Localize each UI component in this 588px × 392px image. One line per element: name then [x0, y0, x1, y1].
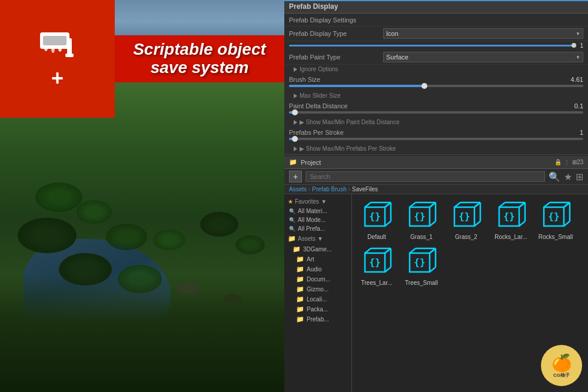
svg-rect-4: [65, 54, 74, 57]
sidebar-item-all-materials[interactable]: 🔍 All Materi...: [284, 207, 351, 215]
prefabs-per-stroke-track[interactable]: [289, 138, 583, 140]
sidebar-item-audio[interactable]: 📁 Audio: [284, 264, 351, 274]
brush-size-label-row: Brush Size 4.61: [289, 76, 583, 83]
expand-icon: [294, 120, 297, 125]
brush-size-fill: [289, 85, 424, 87]
panel-options-icon[interactable]: ⋮: [564, 159, 570, 165]
folder-icon: 📁: [296, 285, 304, 293]
paint-delta-track[interactable]: [289, 111, 583, 114]
paint-delta-thumb[interactable]: [292, 109, 298, 115]
asset-label-6: Trees_Small: [405, 280, 438, 286]
folder-icon: 📁: [293, 245, 301, 253]
title-text: Scriptable object save system: [121, 41, 278, 77]
folder-icon: 📁: [296, 295, 304, 303]
asset-item-5[interactable]: {}Trees_Lar...: [357, 245, 397, 286]
asset-item-3[interactable]: {}Rocks_Lar...: [491, 199, 531, 240]
asset-label-0: Default: [367, 234, 386, 240]
prefab-display-type-row[interactable]: Prefab Display Type Icon ▼: [284, 26, 588, 41]
paint-delta-label: Paint Delta Distance: [289, 102, 348, 109]
svg-line-30: [474, 221, 480, 226]
asset-label-4: Rocks_Small: [539, 234, 573, 240]
sidebar-item-art[interactable]: 📁 Art: [284, 254, 351, 264]
show-prefabs-per-stroke-label: ▶ Show Max/Min Prefabs Per Stroke: [300, 145, 396, 152]
ignore-options-row[interactable]: Ignore Options: [284, 65, 588, 74]
grid-count-label: ⊞23: [572, 159, 583, 165]
collapse-assets-icon[interactable]: ▼: [317, 235, 323, 242]
brush-size-thumb[interactable]: [421, 83, 427, 89]
prefab-paint-type-dropdown[interactable]: Surface ▼: [383, 52, 583, 62]
breadcrumb-prefab-brush[interactable]: Prefab Brush: [312, 186, 346, 192]
folder-icon: 📁: [296, 265, 304, 273]
prefab-display-type-dropdown[interactable]: Icon ▼: [383, 28, 583, 39]
asset-item-1[interactable]: {}Grass_1: [401, 199, 441, 240]
asset-item-0[interactable]: {}Default: [357, 199, 397, 240]
favorites-label: Favorites: [295, 198, 319, 205]
svg-line-38: [519, 221, 525, 226]
chevron-down-icon: ▼: [576, 31, 580, 36]
folder-icon: 📁: [288, 235, 296, 242]
svg-rect-3: [67, 38, 72, 56]
prefabs-per-stroke-label: Prefabs Per Stroke: [289, 129, 344, 136]
sidebar-item-locali[interactable]: 📁 Locali...: [284, 294, 351, 304]
asset-item-4[interactable]: {}Rocks_Small: [536, 199, 576, 240]
collapse-icon[interactable]: ▼: [321, 198, 327, 205]
search-icon[interactable]: 🔍: [549, 171, 560, 182]
svg-line-46: [564, 221, 570, 226]
brush-size-track[interactable]: [289, 85, 583, 87]
prefabs-per-stroke-section: Prefabs Per Stroke 1: [284, 127, 588, 144]
grid-icon[interactable]: ⊞: [576, 171, 583, 182]
sidebar-item-3dgame[interactable]: 📁 3DGame...: [284, 244, 351, 254]
asset-item-6[interactable]: {}Trees_Small: [401, 245, 441, 286]
asset-label-3: Rocks_Lar...: [494, 234, 527, 240]
project-sidebar: ★ Favorites ▼ 🔍 All Materi... 🔍 All Mode…: [284, 194, 352, 392]
prefab-paint-type-value: Surface: [386, 54, 408, 61]
prefabs-per-stroke-label-row: Prefabs Per Stroke 1: [289, 129, 583, 136]
prefab-display-settings-row: Prefab Display Settings: [284, 14, 588, 26]
breadcrumb-sep-2: ›: [348, 186, 350, 192]
sidebar-item-all-models[interactable]: 🔍 All Mode...: [284, 215, 351, 224]
sidebar-item-gizmo[interactable]: 📁 Gizmo...: [284, 284, 351, 294]
svg-text:{}: {}: [414, 257, 425, 268]
asset-item-2[interactable]: {}Grass_2: [446, 199, 486, 240]
watermark-emoji: 🍊: [552, 353, 572, 373]
svg-text:{}: {}: [548, 211, 559, 222]
prefabs-per-stroke-thumb[interactable]: [292, 136, 298, 142]
chevron-down-icon: ▼: [576, 55, 580, 60]
project-panel-title: Project: [301, 159, 321, 166]
top-scrollbar: [284, 0, 588, 1]
project-header-right: 🔒 ⋮ ⊞23: [554, 159, 583, 165]
ignore-options-label: Ignore Options: [300, 66, 338, 72]
show-paint-delta-row[interactable]: ▶ Show Max/Min Paint Delta Distance: [284, 118, 588, 127]
max-slider-size-row[interactable]: Max Slider Size: [284, 91, 588, 100]
svg-point-6: [51, 46, 55, 53]
folder-icon: 📁: [296, 275, 304, 283]
prefab-paint-type-row[interactable]: Prefab Paint Type Surface ▼: [284, 50, 588, 65]
sidebar-item-prefab[interactable]: 📁 Prefab...: [284, 314, 351, 324]
divider: [284, 154, 588, 155]
breadcrumb-sep-1: ›: [308, 186, 310, 192]
asset-icon-1: {}: [405, 199, 438, 232]
breadcrumb-assets[interactable]: Assets: [289, 186, 307, 192]
folder-icon: 📁: [296, 255, 304, 263]
lock-icon: 🔒: [554, 159, 562, 165]
show-prefabs-per-stroke-row[interactable]: ▶ Show Max/Min Prefabs Per Stroke: [284, 144, 588, 153]
logo-box: +: [0, 0, 115, 118]
svg-line-54: [385, 267, 391, 272]
sidebar-item-packa[interactable]: 📁 Packa...: [284, 304, 351, 314]
search-input[interactable]: [305, 171, 545, 182]
prefab-paint-type-label: Prefab Paint Type: [289, 54, 383, 61]
paint-delta-value: 0.1: [574, 102, 583, 109]
prefab-display-type-label: Prefab Display Type: [289, 30, 383, 37]
star-filter-icon[interactable]: ★: [564, 171, 572, 182]
search-small-icon: 🔍: [289, 217, 295, 223]
watermark: 🍊 CG柚子: [541, 345, 582, 386]
paint-delta-label-row: Paint Delta Distance 0.1: [289, 102, 583, 109]
add-button[interactable]: +: [289, 171, 302, 182]
sidebar-item-all-prefabs[interactable]: 🔍 All Prefa...: [284, 224, 351, 233]
brush-size-section: Brush Size 4.61: [284, 74, 588, 91]
expand-icon: [294, 94, 297, 98]
svg-text:{}: {}: [459, 211, 470, 222]
prefab-display-header: Prefab Display: [284, 0, 588, 14]
sidebar-item-docum[interactable]: 📁 Docum...: [284, 274, 351, 284]
logo-inner: +: [34, 28, 81, 91]
